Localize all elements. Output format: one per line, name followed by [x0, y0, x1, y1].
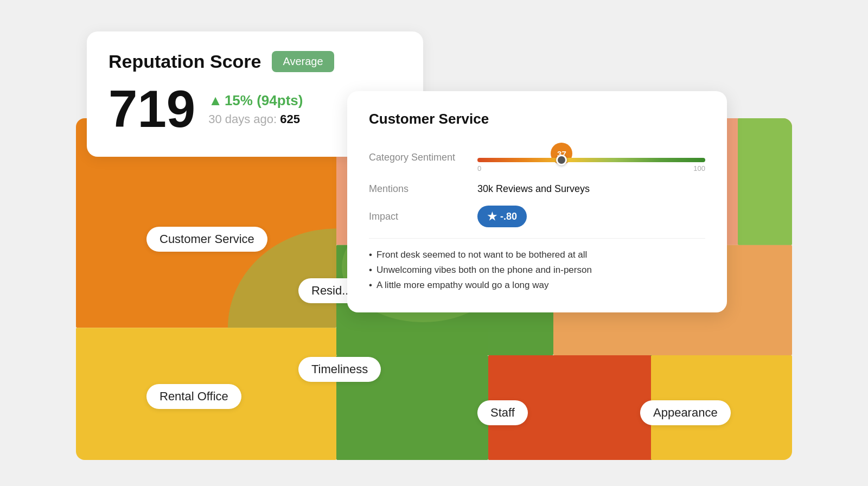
rep-score-number: 719: [108, 83, 195, 135]
days-ago-label: 30 days ago:: [208, 112, 277, 126]
cs-mentions-value: 30k Reviews and Surveys: [477, 183, 705, 195]
cs-bullet-3-text: A little more empathy would go a long wa…: [376, 280, 549, 291]
rep-change-positive: ▲15% (94pts): [208, 92, 303, 109]
cs-divider: [369, 238, 705, 239]
cs-bullet-2-text: Unwelcoming vibes both on the phone and …: [376, 265, 592, 276]
cs-bullet-3: A little more empathy would go a long wa…: [369, 280, 705, 291]
impact-number: -.80: [500, 211, 517, 222]
cs-card-title: Customer Service: [369, 111, 705, 127]
cs-bullets: Front desk seemed to not want to be both…: [369, 250, 705, 291]
treemap-label-staff: Staff: [477, 400, 528, 425]
cs-bullet-1: Front desk seemed to not want to be both…: [369, 250, 705, 260]
cs-bullet-1-text: Front desk seemed to not want to be both…: [376, 250, 587, 260]
customer-service-card: Customer Service Category Sentiment 37 0…: [347, 91, 727, 312]
impact-badge: ★ -.80: [477, 206, 527, 227]
treemap-label-rental-office: Rental Office: [146, 384, 241, 409]
cs-sentiment-value: 37 0 100: [477, 143, 705, 172]
cs-bullet-2: Unwelcoming vibes both on the phone and …: [369, 265, 705, 276]
change-percent: 15%: [225, 92, 253, 108]
svg-rect-12: [738, 118, 792, 245]
sentiment-thumb: [556, 155, 567, 165]
cs-mentions-row: Mentions 30k Reviews and Surveys: [369, 183, 705, 195]
treemap-label-customer-service: Customer Service: [146, 227, 267, 252]
treemap-label-appearance: Appearance: [640, 400, 731, 425]
cs-mentions-label: Mentions: [369, 183, 477, 195]
cs-sentiment-label: Category Sentiment: [369, 152, 477, 163]
sentiment-slider: 37 0 100: [477, 143, 705, 172]
cs-impact-label: Impact: [369, 211, 477, 222]
rep-header: Reputation Score Average: [108, 51, 401, 72]
svg-rect-13: [336, 328, 488, 355]
rep-title: Reputation Score: [108, 51, 261, 72]
rep-days-ago: 30 days ago: 625: [208, 112, 303, 126]
star-icon: ★: [487, 210, 497, 223]
treemap-label-timeliness: Timeliness: [298, 357, 381, 382]
cs-impact-value: ★ -.80: [477, 206, 705, 227]
rep-badge: Average: [272, 51, 334, 72]
sentiment-track: [477, 158, 705, 162]
cs-impact-row: Impact ★ -.80: [369, 206, 705, 227]
rep-change-col: ▲15% (94pts) 30 days ago: 625: [208, 92, 303, 126]
sentiment-min: 0: [477, 164, 481, 172]
days-ago-score: 625: [280, 112, 300, 126]
sentiment-max: 100: [693, 164, 705, 172]
cs-sentiment-row: Category Sentiment 37 0 100: [369, 143, 705, 172]
change-pts: (94pts): [257, 92, 303, 108]
triangle-icon: ▲: [208, 92, 222, 108]
sentiment-labels: 0 100: [477, 164, 705, 172]
